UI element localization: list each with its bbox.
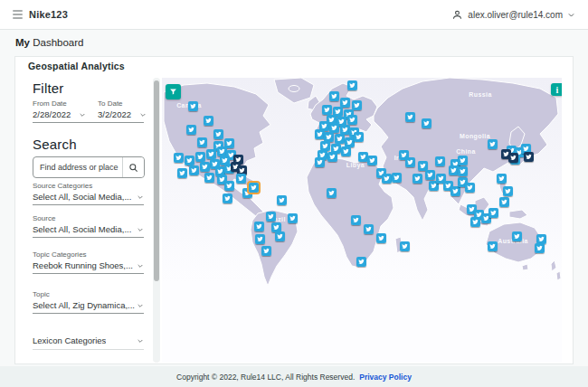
map-marker[interactable] [535,243,545,253]
map-marker[interactable] [224,181,234,191]
search-heading: Search [33,137,77,152]
map-marker[interactable] [236,174,246,184]
user-menu[interactable]: alex.oliver@rule14.com [451,9,575,21]
source-categories-select[interactable]: Select All, Social Media,... [33,192,144,202]
map-marker[interactable] [177,168,187,178]
map-marker[interactable] [458,156,468,165]
map-marker[interactable] [266,212,276,222]
hamburger-menu-icon[interactable] [13,10,23,19]
from-date-select[interactable]: 2/28/2022 [33,109,86,119]
map-marker[interactable] [413,174,422,184]
map-marker[interactable] [186,125,196,135]
search-icon [128,163,138,173]
map-marker[interactable] [223,194,232,203]
search-input[interactable] [33,157,122,177]
geospatial-map[interactable]: CanadaRussiaMongoliaChinaIranLibyaBrazil… [162,78,562,363]
map-marker[interactable] [261,246,271,256]
twitter-bird-icon [328,190,335,196]
twitter-bird-icon [349,117,356,123]
map-marker[interactable] [188,101,198,111]
map-marker[interactable] [351,215,361,225]
to-date-select[interactable]: 3/2/2022 [98,109,147,119]
map-marker[interactable] [508,153,518,163]
map-marker[interactable] [197,137,207,147]
map-marker[interactable] [465,183,475,193]
map-marker[interactable] [189,165,199,175]
lexicon-categories-select[interactable]: Lexicon Categories [33,335,144,345]
twitter-bird-icon [431,183,437,189]
twitter-bird-icon [450,167,457,174]
map-marker[interactable] [204,116,213,126]
topic-select[interactable]: Select All, Zig Dynamica,... [33,300,144,310]
map-marker[interactable] [458,166,468,176]
map-marker[interactable] [367,156,377,165]
map-marker[interactable] [488,139,498,149]
map-marker[interactable] [488,241,498,251]
panel-scrollbar-thumb[interactable] [154,80,159,281]
map-marker[interactable] [364,224,374,234]
twitter-bird-icon [273,224,280,231]
twitter-bird-icon [331,93,337,99]
map-marker[interactable] [512,231,522,241]
map-marker[interactable] [341,146,351,156]
map-marker[interactable] [335,134,345,144]
map-marker[interactable] [382,174,392,184]
map-marker[interactable] [499,197,509,207]
twitter-bird-icon [407,159,413,165]
map-marker[interactable] [255,234,265,244]
map-marker[interactable] [425,170,435,180]
map-marker[interactable] [376,233,386,243]
privacy-policy-link[interactable]: Privacy Policy [359,373,412,382]
twitter-bird-icon [360,154,366,160]
twitter-bird-icon [190,103,196,109]
twitter-bird-icon [199,139,205,146]
map-marker[interactable] [275,231,285,241]
map-marker[interactable] [174,153,184,163]
map-marker[interactable] [204,173,214,183]
twitter-bird-icon [328,117,335,123]
map-marker[interactable] [200,162,210,172]
twitter-bird-icon [186,157,193,164]
map-marker[interactable] [254,222,264,231]
map-marker[interactable] [497,174,507,184]
map-marker[interactable] [329,91,339,101]
map-marker[interactable] [405,157,415,167]
map-marker[interactable] [354,132,364,142]
map-marker[interactable] [470,217,480,227]
map-filter-button[interactable] [166,84,181,99]
map-marker[interactable] [185,156,194,165]
map-marker[interactable] [347,80,357,90]
map-marker[interactable] [206,149,216,159]
twitter-bird-icon [437,158,443,165]
map-marker[interactable] [524,152,534,162]
map-marker-selected[interactable] [249,183,259,193]
map-marker[interactable] [327,152,337,162]
map-marker[interactable] [450,186,460,196]
twitter-bird-icon [538,236,545,242]
map-marker[interactable] [356,257,366,267]
map-marker[interactable] [288,213,298,223]
map-marker[interactable] [327,188,337,198]
map-marker[interactable] [400,241,410,251]
map-marker[interactable] [503,186,513,196]
topic-categories-select[interactable]: Reebok Running Shoes,... [33,260,144,270]
panel-scrollbar-track[interactable] [153,78,160,363]
map-marker[interactable] [392,173,402,183]
map-marker[interactable] [277,195,287,205]
map-marker[interactable] [347,115,357,125]
map-marker[interactable] [195,152,205,162]
source-select[interactable]: Select All, Social Media,... [33,224,144,234]
map-marker[interactable] [435,156,445,166]
search-button[interactable] [122,157,144,177]
map-marker[interactable] [213,129,223,139]
map-marker[interactable] [315,157,325,167]
twitter-bird-icon [343,148,349,155]
map-marker[interactable] [422,118,432,128]
twitter-bird-icon [402,243,408,250]
chevron-down-icon [567,11,575,19]
map-marker[interactable] [405,112,415,122]
map-marker[interactable] [322,105,332,115]
map-marker[interactable] [488,208,498,218]
map-marker[interactable] [352,100,362,110]
map-info-button[interactable]: i [551,83,562,96]
